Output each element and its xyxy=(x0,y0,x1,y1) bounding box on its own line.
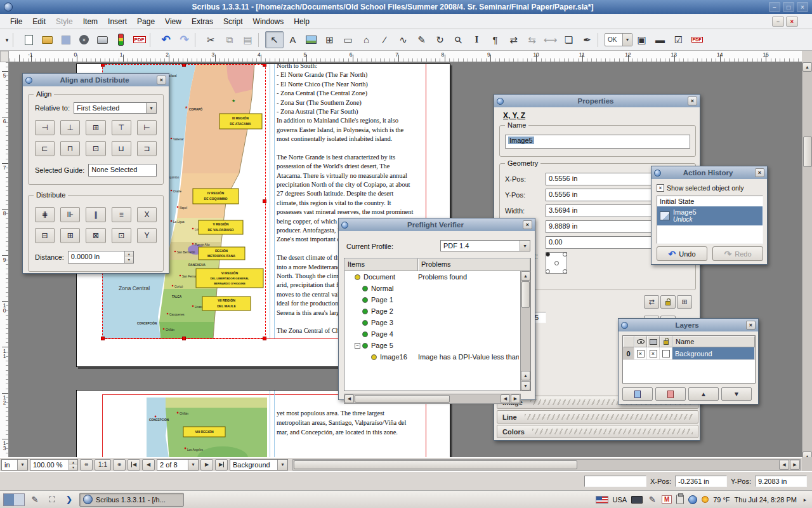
pdf-checkbox-tool[interactable]: ☑ xyxy=(669,31,688,48)
preflight-row-image16[interactable]: Image16 Image has a DPI-Value less than … xyxy=(344,351,520,363)
maximize-button[interactable]: □ xyxy=(783,2,794,12)
lock-column-header[interactable] xyxy=(660,336,672,347)
toolbar-handle[interactable]: ▾ xyxy=(3,31,11,48)
dialog-titlebar[interactable]: Action History × xyxy=(652,166,767,179)
close-document-button[interactable]: × xyxy=(75,31,93,48)
history-list[interactable]: Initial State Image5 Unlock xyxy=(657,196,763,244)
preflight-row-page-4[interactable]: Page 4 xyxy=(344,328,520,340)
scribus-task-button[interactable]: Scribus 1.3.3.11 - [/h... xyxy=(79,493,184,507)
close-icon[interactable]: × xyxy=(157,76,166,84)
distribute-button[interactable]: ⊞ xyxy=(60,228,80,243)
basepoint-selector[interactable] xyxy=(546,252,567,274)
horizontal-scrollbar[interactable]: ◀ ▶ xyxy=(292,459,801,471)
name-column-header[interactable]: Name xyxy=(672,336,755,347)
section-colors[interactable]: Colors xyxy=(497,425,698,438)
add-layer-button[interactable] xyxy=(622,387,653,401)
align-button[interactable]: ⊤ xyxy=(112,120,131,135)
first-page-button[interactable]: ◀ xyxy=(128,459,140,471)
close-icon[interactable]: × xyxy=(746,321,756,330)
distance-input[interactable]: 0.0000 in ▴▾ xyxy=(68,251,134,264)
cut-button[interactable]: ✂ xyxy=(202,31,220,48)
align-button[interactable]: ⊐ xyxy=(137,141,157,156)
vertical-ruler[interactable]: 5678910111213 xyxy=(0,62,9,457)
flip-horizontal-button[interactable]: ⇄ xyxy=(644,295,659,309)
selection-handle[interactable] xyxy=(263,64,266,67)
weather-icon[interactable] xyxy=(702,496,709,503)
menu-extras[interactable]: Extras xyxy=(187,15,218,28)
keyboard-layout-flag-icon[interactable] xyxy=(596,496,608,504)
desktop-pager[interactable] xyxy=(3,493,25,506)
pen-tray-icon[interactable]: ✎ xyxy=(647,493,657,507)
panel-hide-button[interactable]: ▸ xyxy=(801,493,809,507)
preflight-row-document[interactable]: Document Problems found xyxy=(344,271,520,283)
insert-text-frame-tool[interactable]: A xyxy=(284,31,302,48)
layer-visible-checkbox[interactable]: × xyxy=(637,350,645,358)
layer-print-checkbox[interactable]: × xyxy=(650,350,657,358)
align-button[interactable]: ⊔ xyxy=(112,141,131,156)
insert-line-tool[interactable]: ∕ xyxy=(376,31,394,48)
selection-handle[interactable] xyxy=(182,64,186,67)
delete-layer-button[interactable] xyxy=(655,387,686,401)
menu-insert[interactable]: Insert xyxy=(103,15,132,28)
scroll-down-button[interactable]: ▼ xyxy=(521,381,530,391)
items-column-header[interactable]: Items xyxy=(344,258,418,271)
last-page-button[interactable]: ▶ xyxy=(215,459,228,471)
scroll-left-button[interactable]: ◀ xyxy=(779,460,789,470)
relative-to-select[interactable]: First Selected xyxy=(74,102,157,114)
zoom-out-button[interactable]: ⊖ xyxy=(80,459,93,471)
toolbar-separator[interactable] xyxy=(258,33,264,47)
edit-contents-tool[interactable]: I xyxy=(468,31,486,48)
profile-select[interactable]: PDF 1.4 xyxy=(440,240,530,251)
select-item-tool[interactable]: ↖ xyxy=(265,31,284,48)
align-button[interactable]: ⊣ xyxy=(35,120,55,135)
menu-file[interactable]: File xyxy=(5,15,27,28)
copy-item-properties-tool[interactable]: ❏ xyxy=(560,31,578,48)
close-icon[interactable]: × xyxy=(688,97,697,105)
distribute-button[interactable]: ⊡ xyxy=(112,228,131,243)
align-button[interactable]: ⊥ xyxy=(60,120,80,135)
previous-page-button[interactable]: ◀ xyxy=(142,459,155,471)
preflight-verifier-button[interactable] xyxy=(112,31,130,48)
selection-handle[interactable] xyxy=(101,337,105,340)
distribute-button[interactable]: ≡ xyxy=(112,207,131,222)
horizontal-scroll-thumb[interactable] xyxy=(294,460,577,469)
unlink-text-frames-tool[interactable]: ⇆ xyxy=(523,31,541,48)
insert-bezier-tool[interactable]: ∿ xyxy=(394,31,412,48)
align-button[interactable]: ⊢ xyxy=(137,120,157,135)
menu-windows[interactable]: Windows xyxy=(248,15,289,28)
align-button[interactable]: ⊏ xyxy=(35,141,55,156)
align-button[interactable]: ⊡ xyxy=(86,141,105,156)
menu-edit[interactable]: Edit xyxy=(27,15,51,28)
network-tray-icon[interactable] xyxy=(688,495,697,504)
toolbar-separator[interactable] xyxy=(150,33,155,47)
mdi-close-button[interactable]: × xyxy=(786,17,798,27)
text-column[interactable]: yet most populous area. The three larges… xyxy=(277,408,427,437)
minimize-button[interactable]: − xyxy=(769,2,780,12)
distribute-button[interactable]: ⋕ xyxy=(35,207,55,222)
selection-handle[interactable] xyxy=(263,199,266,203)
section-line[interactable]: Line xyxy=(497,410,698,424)
lock-button[interactable] xyxy=(660,295,676,309)
preflight-row-page-2[interactable]: Page 2 xyxy=(344,305,520,317)
visibility-column-header[interactable] xyxy=(634,336,647,347)
dialog-titlebar[interactable]: Properties × xyxy=(494,95,700,107)
layers-table[interactable]: Name 0 × × Background xyxy=(622,335,756,384)
save-document-button[interactable] xyxy=(56,31,75,48)
problems-column-header[interactable]: Problems xyxy=(418,258,530,271)
redo-button[interactable]: ↷ xyxy=(175,31,193,48)
page-select[interactable]: 2 of 8 xyxy=(157,459,199,471)
distribute-button[interactable]: ∥ xyxy=(86,207,105,222)
mdi-minimize-button[interactable]: − xyxy=(772,17,784,27)
print-button[interactable] xyxy=(93,31,112,48)
preflight-row-page-5[interactable]: Page 5 xyxy=(344,340,520,351)
zoom-level-input[interactable]: 100.00 % ▴▾ xyxy=(30,459,78,471)
next-page-button[interactable]: ▶ xyxy=(200,459,213,471)
export-pdf-button[interactable]: PDF xyxy=(130,31,148,48)
pdf-push-button-tool[interactable]: ▣ xyxy=(632,31,651,48)
scroll-up-button[interactable]: ▲ xyxy=(802,62,812,72)
toolbar-separator[interactable] xyxy=(195,33,200,47)
preflight-results-table[interactable]: Items Problems Document Problems found N… xyxy=(344,258,531,391)
close-button[interactable]: × xyxy=(797,2,808,12)
undo-button[interactable]: ↶Undo xyxy=(657,246,707,261)
distribute-button[interactable]: ⊪ xyxy=(60,207,80,222)
